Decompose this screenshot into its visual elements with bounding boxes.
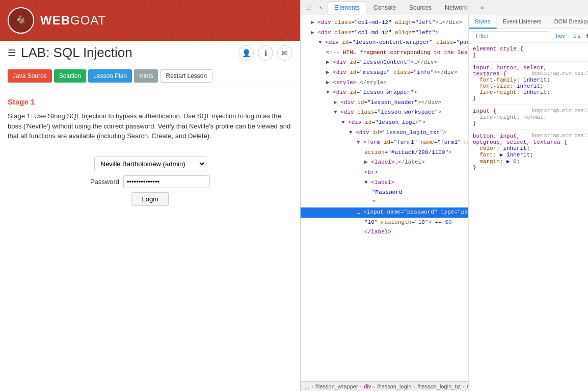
restart-lesson-button[interactable]: Restart Lesson [160, 69, 212, 83]
breadcrumb-div-tag[interactable]: div [364, 383, 371, 389]
dom-line[interactable]: ▼ <div id="lesson_login"> [301, 118, 468, 128]
tab-elements[interactable]: Elements [328, 2, 366, 14]
devtools-tab-bar: ⬚ ↖ Elements Console Sources Network » ⊗… [301, 0, 588, 15]
devtools-panel: ⬚ ↖ Elements Console Sources Network » ⊗… [301, 0, 588, 391]
css-filter-bar: :hov .cls + [469, 29, 588, 43]
dom-line[interactable]: ▼ <div class="lesson_workspace"> [301, 108, 468, 118]
dom-line[interactable]: ▼ <div id="lesson_login_txt"> [301, 128, 468, 138]
left-panel: 🐐 WEBGOAT ☰ LAB: SQL Injection 👤 ℹ ✉ Jav… [0, 0, 301, 391]
user-icon-button[interactable]: 👤 [238, 45, 254, 61]
dom-line[interactable]: </label> [301, 227, 468, 238]
tab-network[interactable]: Network [439, 2, 473, 13]
css-filter-input[interactable] [473, 31, 549, 40]
dom-line[interactable]: "10" maxlength="18"> == $0 [301, 218, 468, 228]
breadcrumb-bar: ... › #lesson_wrapper › div › #lesson_lo… [301, 381, 468, 391]
page-title: LAB: SQL Injection [21, 45, 233, 61]
dom-line[interactable]: ▼ <form id="form1" name="form1" method="… [301, 138, 468, 148]
cls-toggle[interactable]: .cls [570, 32, 583, 40]
breadcrumb-lesson-login-txt[interactable]: #lesson_login_txt [417, 383, 461, 389]
dom-line[interactable]: ▼ <div id="lesson_wrapper"> [301, 88, 468, 98]
tab-styles[interactable]: Styles [469, 15, 497, 29]
dom-line[interactable]: " [301, 198, 468, 208]
styles-subtabs: Styles Event Listeners DOM Breakpoints P… [469, 15, 588, 29]
logo-text: WEBGOAT [40, 13, 106, 28]
dom-line[interactable]: ▼ <label> [301, 178, 468, 188]
css-rules-panel: :hov .cls + element.style { } input, but… [469, 29, 588, 391]
lesson-toolbar: Java Source Solution Lesson Plan Hints R… [0, 65, 300, 87]
breadcrumb-lesson-wrapper[interactable]: #lesson_wrapper [315, 383, 358, 389]
hamburger-icon[interactable]: ☰ [8, 47, 16, 59]
styles-two-col: :hov .cls + element.style { } input, but… [469, 29, 588, 391]
css-rule-input-button: input, button, select, bootstrap.min.css… [469, 62, 588, 105]
breadcrumb-lesson-login[interactable]: #lesson_login [377, 383, 411, 389]
hints-button[interactable]: Hints [134, 69, 158, 83]
password-input[interactable] [123, 175, 210, 188]
devtools-main: ▶ <div class="col-md-12" align="left">…<… [301, 15, 588, 391]
dom-line-selected[interactable]: … <input name="password" type="password"… [301, 207, 468, 218]
dom-line[interactable]: ▶ <div id="message" class="info"></div> [301, 68, 468, 78]
header-banner: 🐐 WEBGOAT [0, 0, 300, 41]
mail-icon-button[interactable]: ✉ [277, 45, 292, 61]
user-dropdown[interactable]: Neville Bartholomew (admin) [94, 157, 206, 171]
dom-line[interactable]: ▶ <label>…</label> [301, 158, 468, 168]
tab-dom-breakpoints[interactable]: DOM Breakpoints [548, 15, 588, 29]
tab-more[interactable]: » [474, 2, 490, 13]
solution-button[interactable]: Solution [54, 69, 86, 83]
tab-console[interactable]: Console [367, 2, 402, 13]
css-rule-element-style: element.style { } [469, 43, 588, 62]
dom-line[interactable]: ▶ <style>…</style> [301, 78, 468, 88]
add-rule-button[interactable]: + [585, 32, 588, 40]
dom-tree[interactable]: ▶ <div class="col-md-12" align="left">…<… [301, 15, 468, 381]
logo-icon: 🐐 [8, 7, 34, 34]
css-rule-input: input { bootstrap.min.css:7 line-height:… [469, 105, 588, 130]
hover-toggle[interactable]: :hov [552, 32, 567, 40]
tab-sources[interactable]: Sources [403, 2, 438, 13]
dom-line[interactable]: ▼ <div id="lesson-content-wrapper" class… [301, 38, 468, 48]
top-bar: ☰ LAB: SQL Injection 👤 ℹ ✉ [0, 41, 300, 65]
dom-line[interactable]: ▶ <div class="col-md-12" align="left">…<… [301, 18, 468, 28]
login-form-area: Neville Bartholomew (admin) Password Log… [8, 157, 292, 206]
css-rule-button-input-optgroup: button, input, bootstrap.min.css:7 optgr… [469, 130, 588, 174]
login-button[interactable]: Login [131, 192, 169, 206]
top-icons: 👤 ℹ ✉ [238, 45, 292, 61]
tab-event-listeners[interactable]: Event Listeners [497, 15, 548, 29]
stage-title: Stage 1 [8, 97, 292, 106]
dom-line[interactable]: ▶ <div id="lessonContent">…</div> [301, 58, 468, 68]
dom-panel: ▶ <div class="col-md-12" align="left">…<… [301, 15, 469, 391]
stage-description: Stage 1: Use String SQL Injection to byp… [8, 111, 292, 141]
breadcrumb-form1[interactable]: #form1 [467, 383, 468, 389]
dom-line[interactable]: "Password [301, 188, 468, 198]
dom-line[interactable]: ▶ <div id="lesson_header"></div> [301, 98, 468, 108]
dom-line[interactable]: <br> [301, 168, 468, 178]
dom-line[interactable]: action="#attack/288/1100"> [301, 148, 468, 158]
inspect-icon[interactable]: ⬚ [303, 2, 314, 13]
password-label: Password [90, 178, 119, 186]
lesson-plan-button[interactable]: Lesson Plan [88, 69, 132, 83]
breadcrumb-ellipsis[interactable]: ... [305, 383, 309, 389]
java-source-button[interactable]: Java Source [8, 69, 52, 83]
dom-line[interactable]: <!-- HTML fragment correponding to the l… [301, 48, 468, 58]
content-area: Stage 1 Stage 1: Use String SQL Injectio… [0, 87, 300, 391]
cursor-icon[interactable]: ↖ [315, 2, 327, 13]
info-icon-button[interactable]: ℹ [258, 45, 273, 61]
styles-panel: Styles Event Listeners DOM Breakpoints P… [469, 15, 588, 391]
password-row: Password [90, 175, 210, 188]
dom-line[interactable]: ▶ <div class="col-md-12" align="left"> [301, 28, 468, 38]
